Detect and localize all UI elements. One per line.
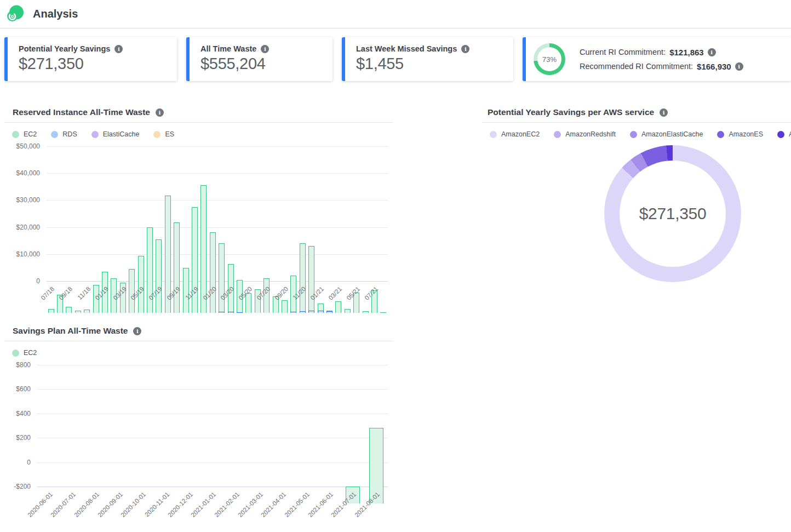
gridline: [47, 227, 388, 228]
bar-segment-EC2: [210, 232, 216, 313]
info-icon[interactable]: [261, 45, 269, 53]
info-icon[interactable]: [735, 62, 743, 71]
bar-segment-EC2: [363, 311, 369, 313]
donut-center-value: $271,350: [604, 145, 741, 282]
info-icon[interactable]: [461, 45, 469, 53]
bar-segment-RDS: [290, 312, 296, 313]
bar-09/18[interactable]: [66, 307, 72, 313]
bar-09/20[interactable]: [282, 300, 288, 313]
bar-10/19[interactable]: [183, 268, 189, 313]
gridline: [47, 173, 388, 174]
bar-04/21[interactable]: [345, 309, 351, 313]
legend-dot: [12, 131, 19, 138]
bar-01/21[interactable]: [318, 304, 324, 313]
legend-dot: [91, 131, 99, 138]
kpi-label: All Time Waste: [200, 44, 256, 53]
info-icon[interactable]: [133, 327, 141, 335]
kpi-card-potential-yearly-savings: Potential Yearly Savings $271,350: [4, 37, 177, 81]
page-title: Analysis: [33, 8, 78, 20]
y-axis-tick: $20,000: [0, 224, 40, 231]
kpi-value: $555,204: [200, 55, 324, 73]
bar-04/19[interactable]: [129, 269, 135, 313]
gridline: [47, 281, 388, 282]
bar-10/18[interactable]: [75, 311, 81, 313]
bar-11/18[interactable]: [84, 310, 90, 313]
app-logo[interactable]: [5, 5, 24, 24]
legend-item-AmazonES[interactable]: AmazonES: [717, 130, 763, 138]
current-ri-commitment-row: Current RI Commitment: $121,863: [580, 48, 743, 57]
current-ri-commitment-label: Current RI Commitment:: [580, 48, 666, 56]
info-icon[interactable]: [660, 108, 668, 117]
info-icon[interactable]: [114, 45, 123, 53]
legend-item-ElastiCache[interactable]: ElastiCache: [91, 130, 140, 138]
legend-label: ElastiCache: [103, 130, 140, 138]
bar-segment-EC2: [129, 269, 135, 313]
app-header: Analysis: [0, 0, 791, 28]
legend-label: AmazonRedshift: [565, 130, 616, 138]
kpi-row: Potential Yearly Savings $271,350 All Ti…: [0, 28, 791, 81]
legend-dot: [630, 131, 637, 138]
bar-06/21[interactable]: [363, 311, 369, 313]
chart-title: Reserved Instance All-Time Waste: [13, 107, 150, 117]
bar-07/18[interactable]: [48, 309, 54, 313]
divider: [482, 122, 791, 123]
bar-03/21[interactable]: [335, 301, 341, 313]
legend-dot: [777, 131, 784, 138]
legend-item-EC2[interactable]: EC2: [12, 130, 37, 138]
y-axis-tick: 0: [0, 459, 31, 466]
info-icon[interactable]: [708, 48, 716, 56]
ri-waste-chart-panel: Reserved Instance All-Time Waste EC2RDSE…: [0, 106, 393, 313]
main-content: Reserved Instance All-Time Waste EC2RDSE…: [0, 81, 791, 530]
bar-07/19[interactable]: [156, 239, 162, 313]
kpi-card-ri-commitment: 73% Current RI Commitment: $121,863 Reco…: [523, 37, 791, 81]
legend-item-ES[interactable]: ES: [153, 130, 174, 138]
bar-05/19[interactable]: [138, 256, 144, 313]
bar-segment-RDS: [237, 312, 243, 313]
y-axis-tick: -$200: [0, 483, 31, 490]
bar-segment-EC2: [345, 309, 351, 313]
y-axis-tick: $200: [0, 434, 31, 442]
legend-label: RDS: [62, 130, 77, 138]
sp-chart-legend: EC2: [12, 347, 393, 358]
bar-segment-RDS: [318, 311, 324, 313]
savings-donut-chart[interactable]: $271,350: [604, 145, 741, 282]
gridline: [37, 365, 388, 365]
bar-12/20[interactable]: [308, 246, 314, 313]
gridline: [37, 389, 388, 390]
legend-item-EC2[interactable]: EC2: [12, 349, 37, 357]
gridline: [37, 462, 388, 463]
sp-waste-bar-chart: $800$600$400$2000-$2002020-06-012020-07-…: [0, 365, 393, 528]
legend-item-AmazonRDS[interactable]: AmazonRDS: [777, 130, 791, 138]
ri-waste-bar-chart: $50,000$40,000$30,000$20,000$10,000007/1…: [0, 146, 393, 313]
y-axis-tick: $50,000: [0, 142, 40, 150]
bar-segment-EC2: [66, 307, 72, 313]
bar-08/21[interactable]: [380, 312, 386, 313]
kpi-value: $271,350: [19, 55, 168, 73]
legend-item-AmazonEC2[interactable]: AmazonEC2: [490, 130, 540, 138]
bar-09/19[interactable]: [174, 222, 180, 313]
bar-11/20[interactable]: [300, 243, 306, 313]
recommended-ri-commitment-row: Recommended RI Commitment: $166,930: [580, 62, 743, 71]
legend-item-RDS[interactable]: RDS: [51, 130, 77, 138]
bar-segment-EC2: [174, 222, 180, 313]
bar-02/21[interactable]: [326, 311, 333, 313]
y-axis-tick: 0: [0, 277, 40, 285]
y-axis-tick: $10,000: [0, 250, 40, 258]
legend-dot: [12, 350, 19, 357]
gridline: [37, 414, 388, 414]
legend-item-AmazonElastiCache[interactable]: AmazonElastiCache: [630, 130, 703, 138]
legend-item-AmazonRedshift[interactable]: AmazonRedshift: [554, 130, 616, 138]
legend-dot: [717, 131, 724, 138]
chart-title: Potential Yearly Savings per AWS service: [488, 107, 654, 117]
sp-waste-chart-panel: Savings Plan All-Time Waste EC2 $800$600…: [0, 325, 393, 528]
savings-per-service-panel: Potential Yearly Savings per AWS service…: [482, 106, 791, 282]
y-axis-tick: $800: [0, 361, 31, 369]
recommended-ri-commitment-label: Recommended RI Commitment:: [580, 62, 693, 71]
legend-dot: [153, 131, 161, 138]
bar-02/20[interactable]: [219, 243, 225, 313]
info-icon[interactable]: [156, 108, 164, 117]
bar-01/20[interactable]: [210, 232, 216, 313]
bar-segment-RDS: [308, 311, 314, 313]
y-axis-tick: $40,000: [0, 169, 40, 177]
kpi-label: Last Week Missed Savings: [356, 44, 457, 53]
